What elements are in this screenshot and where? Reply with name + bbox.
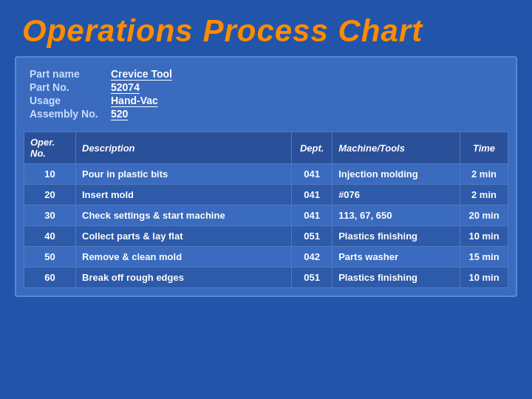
cell-dept: 041 xyxy=(292,185,332,205)
main-container: Part name Crevice Tool Part No. 52074 Us… xyxy=(15,56,517,297)
usage-value: Hand-Vac xyxy=(111,95,229,106)
table-header-row: Oper. No. Description Dept. Machine/Tool… xyxy=(24,132,508,164)
cell-desc: Check settings & start machine xyxy=(76,205,292,226)
col-header-time: Time xyxy=(460,132,508,164)
page-title: Operations Process Chart xyxy=(0,0,532,56)
cell-time: 10 min xyxy=(460,226,508,247)
cell-desc: Collect parts & lay flat xyxy=(76,226,292,247)
assembly-label: Assembly No. xyxy=(30,108,111,120)
cell-dept: 051 xyxy=(292,226,332,247)
cell-time: 10 min xyxy=(460,267,508,288)
table-row: 10Pour in plastic bits041Injection moldi… xyxy=(24,164,508,185)
cell-oper: 40 xyxy=(24,226,76,247)
part-name-label: Part name xyxy=(30,68,111,80)
cell-oper: 10 xyxy=(24,164,76,185)
cell-desc: Remove & clean mold xyxy=(76,247,292,267)
part-name-value: Crevice Tool xyxy=(111,68,229,80)
table-row: 50Remove & clean mold042Parts washer15 m… xyxy=(24,247,508,267)
cell-oper: 30 xyxy=(24,205,76,226)
table-row: 20Insert mold041#0762 min xyxy=(24,185,508,205)
cell-desc: Insert mold xyxy=(76,185,292,205)
col-header-oper: Oper. No. xyxy=(24,132,76,164)
cell-machine: Parts washer xyxy=(332,247,460,267)
cell-oper: 50 xyxy=(24,247,76,267)
part-no-value: 52074 xyxy=(111,81,229,93)
cell-time: 20 min xyxy=(460,205,508,226)
cell-time: 2 min xyxy=(460,185,508,205)
cell-machine: Plastics finishing xyxy=(332,267,460,288)
part-no-label: Part No. xyxy=(30,81,111,93)
col-header-dept: Dept. xyxy=(292,132,332,164)
cell-desc: Break off rough edges xyxy=(76,267,292,288)
cell-oper: 20 xyxy=(24,185,76,205)
cell-time: 15 min xyxy=(460,247,508,267)
cell-dept: 041 xyxy=(292,205,332,226)
cell-dept: 042 xyxy=(292,247,332,267)
cell-dept: 041 xyxy=(292,164,332,185)
usage-label: Usage xyxy=(30,95,111,106)
col-header-desc: Description xyxy=(76,132,292,164)
col-header-machine: Machine/Tools xyxy=(332,132,460,164)
cell-machine: #076 xyxy=(332,185,460,205)
cell-dept: 051 xyxy=(292,267,332,288)
table-row: 60Break off rough edges051Plastics finis… xyxy=(24,267,508,288)
cell-oper: 60 xyxy=(24,267,76,288)
cell-desc: Pour in plastic bits xyxy=(76,164,292,185)
cell-machine: Plastics finishing xyxy=(332,226,460,247)
table-wrapper: Oper. No. Description Dept. Machine/Tool… xyxy=(24,132,508,288)
cell-time: 2 min xyxy=(460,164,508,185)
table-row: 30Check settings & start machine041113, … xyxy=(24,205,508,226)
info-section: Part name Crevice Tool Part No. 52074 Us… xyxy=(24,65,508,123)
cell-machine: 113, 67, 650 xyxy=(332,205,460,226)
table-row: 40Collect parts & lay flat051Plastics fi… xyxy=(24,226,508,247)
operations-table: Oper. No. Description Dept. Machine/Tool… xyxy=(24,132,508,288)
assembly-value: 520 xyxy=(111,108,229,120)
cell-machine: Injection molding xyxy=(332,164,460,185)
